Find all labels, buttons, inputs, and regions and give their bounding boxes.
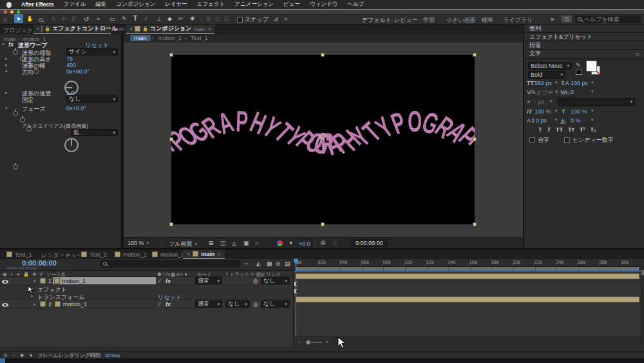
selection-handle[interactable] xyxy=(473,222,477,226)
help-search-field[interactable]: ヘルプを検索 xyxy=(575,15,641,23)
time-ruler[interactable]: 0s02s04s06s08s10s12s14s16s18s20s22s24s26… xyxy=(294,259,641,267)
app-menu[interactable]: After Effects xyxy=(21,1,54,8)
pen-tool-icon[interactable]: ✎ xyxy=(122,15,127,22)
workspace-tab-default[interactable]: デフォルト xyxy=(362,16,392,25)
layer-row-2[interactable]: ▸ 2 motion_1 ∕ fx 通常▾ なし▾ ◎ なし▾ xyxy=(0,300,293,308)
local-axis-mode-icon[interactable]: ⊞ xyxy=(206,15,211,22)
phase-dial[interactable] xyxy=(64,138,79,152)
prop-wave-height-value[interactable]: 75 xyxy=(66,55,73,62)
pan-camera-tool-icon[interactable]: ✛ xyxy=(61,15,66,22)
dolly-camera-tool-icon[interactable]: ⇵ xyxy=(71,15,76,22)
stopwatch-icon[interactable] xyxy=(20,117,25,123)
tab-composition[interactable]: × 🔒 コンポジション main ≡ xyxy=(126,25,214,34)
blend-mode-dropdown[interactable]: 通常▾ xyxy=(195,300,222,308)
prop-wave-width-value[interactable]: 400 xyxy=(66,62,76,68)
align-panel-header[interactable]: 整列 xyxy=(524,25,644,33)
blend-mode-dropdown[interactable]: 通常▾ xyxy=(195,277,222,284)
resolution-dropdown[interactable]: フル画質▾ xyxy=(169,240,197,248)
timeline-search-field[interactable] xyxy=(100,260,240,268)
layer-visibility-toggle[interactable] xyxy=(2,280,8,284)
faux-italic-button[interactable]: T xyxy=(547,126,551,133)
menu-view[interactable]: ビュー xyxy=(283,1,300,8)
horizontal-scale-value[interactable]: 100 % xyxy=(571,108,587,115)
status-icon-4[interactable]: ✦ xyxy=(29,353,33,358)
menu-layer[interactable]: レイヤー xyxy=(165,1,187,8)
show-channel-icon[interactable] xyxy=(277,240,283,246)
menu-composition[interactable]: コンポジション xyxy=(116,1,155,8)
timeline-tab-main[interactable]: × main ≡ xyxy=(183,250,225,259)
zoom-out-mountain-icon[interactable]: ▲ xyxy=(298,340,301,344)
workspace-tab-review[interactable]: レビュー xyxy=(394,16,418,25)
roto-brush-tool-icon[interactable]: ✄ xyxy=(178,15,184,22)
timeline-tab-motion2[interactable]: motion_2 xyxy=(160,251,184,258)
timeline-tab-text1[interactable]: Text_1 xyxy=(15,251,32,258)
effects-presets-panel-header[interactable]: エフェクト&プリセット xyxy=(524,33,644,41)
zoom-tool-icon[interactable] xyxy=(39,17,43,23)
stopwatch-icon[interactable] xyxy=(33,69,39,74)
layer-expander[interactable]: ▸ xyxy=(33,302,36,307)
wave-text-layer[interactable]: YPOGRAPHYTYPOGRAPHYTYPOGRAPH xyxy=(171,55,475,224)
graph-editor-icon[interactable]: ▤ xyxy=(285,260,290,267)
ligatures-toggle[interactable]: 合字 xyxy=(529,136,549,144)
type-tool-icon[interactable]: T xyxy=(133,15,137,22)
parent-dropdown[interactable]: なし▾ xyxy=(261,300,290,308)
status-icon-3[interactable]: ❖ xyxy=(20,353,24,358)
layer-bar-2[interactable] xyxy=(296,297,639,302)
prop-expander[interactable]: ▸ xyxy=(5,56,8,61)
timeline-tab-text2[interactable]: Text_2 xyxy=(90,251,107,258)
prop-wave-type-dropdown[interactable]: サイン▾ xyxy=(66,48,118,55)
brush-tool-icon[interactable]: ∕ xyxy=(146,15,147,22)
breadcrumb-grandparent-comp[interactable]: Text_1 xyxy=(191,35,208,41)
tsume-caret[interactable]: ▾ xyxy=(591,117,594,123)
prop-expander[interactable]: ▾ xyxy=(5,106,8,111)
hindi-digits-toggle[interactable]: ヒンディー数字 xyxy=(564,136,614,144)
exposure-value[interactable]: +0.0 xyxy=(299,240,310,247)
panel-menu-icon[interactable]: ≡ xyxy=(636,51,639,57)
tsume-value[interactable]: 0 % xyxy=(571,117,581,124)
magnification-dropdown[interactable]: 100 %▾ xyxy=(128,240,149,246)
composition-frame[interactable]: YPOGRAPHYTYPOGRAPHYTYPOGRAPH xyxy=(171,55,475,224)
parent-pickwhip-icon[interactable]: ◎ xyxy=(253,301,258,308)
timeline-zoom-slider[interactable] xyxy=(305,342,322,343)
menu-help[interactable]: ヘルプ xyxy=(347,1,364,8)
selection-handle[interactable] xyxy=(169,53,173,57)
snapshot-camera-icon[interactable]: ✇ xyxy=(321,240,326,246)
hand-tool-icon[interactable]: ✋ xyxy=(26,15,33,22)
show-snapshot-icon[interactable]: ⊙ xyxy=(332,240,337,246)
camera-tool-icon[interactable]: ⌖ xyxy=(97,15,100,23)
tracking-value[interactable]: 0 xyxy=(571,89,574,95)
prop-expander[interactable]: ▸ xyxy=(5,90,8,95)
close-tab-icon[interactable]: × xyxy=(129,26,133,32)
font-size-value[interactable]: 582 px xyxy=(535,80,552,86)
small-caps-button[interactable]: Tᴛ xyxy=(568,126,574,133)
selection-tool-icon[interactable]: ➤ xyxy=(14,14,23,23)
apple-icon[interactable] xyxy=(6,2,12,8)
view-axis-mode-icon[interactable]: ⊟ xyxy=(224,15,229,22)
mask-feather-icon[interactable]: ⊿ xyxy=(274,15,279,22)
layer-name-selected[interactable]: motion_1 xyxy=(53,277,156,284)
bw-default-swatch-icon[interactable] xyxy=(576,70,582,75)
breadcrumb-current-comp[interactable]: main xyxy=(130,35,151,41)
selection-handle[interactable] xyxy=(321,222,325,226)
leading-caret[interactable]: ▾ xyxy=(591,80,594,85)
workspace-overflow-chevron[interactable]: » xyxy=(551,15,554,23)
group-expander[interactable]: ▸ xyxy=(31,293,33,299)
snap-toggle[interactable]: スナップ xyxy=(237,15,269,24)
menu-window[interactable]: ウィンドウ xyxy=(310,1,338,8)
baseline-shift-caret[interactable]: ▾ xyxy=(555,117,558,123)
quality-switch-icon[interactable]: ∕ xyxy=(159,301,160,308)
subscript-button[interactable]: T₁ xyxy=(590,126,596,133)
mini-flowchart-icon[interactable]: ⌁ xyxy=(245,260,248,267)
layer-label-color[interactable] xyxy=(40,301,46,307)
paragraph-panel-header[interactable]: 段落 xyxy=(524,41,644,50)
menu-animation[interactable]: アニメーション xyxy=(234,1,274,8)
menu-file[interactable]: ファイル xyxy=(64,1,86,8)
effects-group-row[interactable]: ▸ エフェクト xyxy=(0,285,293,292)
motion-blur-icon[interactable]: ⊘ xyxy=(276,260,281,267)
prop-antialias-dropdown[interactable]: 低▾ xyxy=(71,129,118,136)
orbit-camera-tool-icon[interactable]: ↻ xyxy=(52,15,57,22)
snap-checkbox[interactable] xyxy=(237,17,243,23)
effect-expander[interactable]: ▾ xyxy=(2,42,5,47)
prop-pinning-dropdown[interactable]: なし▾ xyxy=(66,95,118,103)
close-tab-icon[interactable]: × xyxy=(36,26,39,32)
